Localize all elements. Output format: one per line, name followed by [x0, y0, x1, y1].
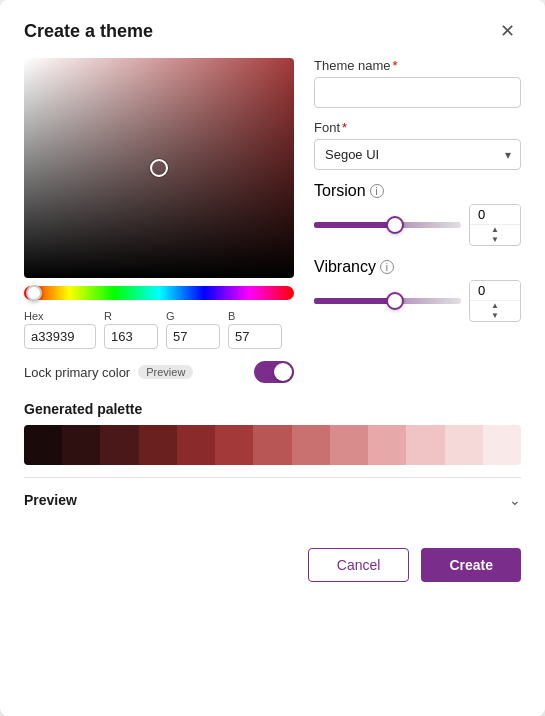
lock-primary-toggle[interactable] — [254, 361, 294, 383]
torsion-slider-container — [314, 222, 461, 228]
palette-swatch[interactable] — [330, 425, 368, 465]
preview-header-title: Preview — [24, 492, 77, 508]
torsion-slider-row: 0 ▲ ▼ — [314, 204, 521, 246]
cancel-button[interactable]: Cancel — [308, 548, 410, 582]
theme-name-field: Theme name* — [314, 58, 521, 108]
vibrancy-label: Vibrancy — [314, 258, 376, 276]
palette-swatch[interactable] — [24, 425, 62, 465]
theme-name-required: * — [393, 58, 398, 73]
color-inputs: Hex R G B — [24, 310, 294, 349]
create-button[interactable]: Create — [421, 548, 521, 582]
vibrancy-arrows: ▲ ▼ — [470, 300, 520, 321]
palette-swatch[interactable] — [62, 425, 100, 465]
torsion-label: Torsion — [314, 182, 366, 200]
torsion-number-wrapper: 0 ▲ ▼ — [469, 204, 521, 246]
vibrancy-info-icon[interactable]: i — [380, 260, 394, 274]
b-input-group: B — [228, 310, 282, 349]
color-picker-gradient[interactable] — [24, 58, 294, 278]
theme-name-input[interactable] — [314, 77, 521, 108]
g-input[interactable] — [166, 324, 220, 349]
vibrancy-slider-container — [314, 298, 461, 304]
palette-swatch[interactable] — [292, 425, 330, 465]
lock-primary-label: Lock primary color — [24, 365, 130, 380]
hex-input-group: Hex — [24, 310, 96, 349]
g-input-group: G — [166, 310, 220, 349]
vibrancy-field: Vibrancy i 0 ▲ ▼ — [314, 258, 521, 322]
b-input[interactable] — [228, 324, 282, 349]
palette-swatch[interactable] — [139, 425, 177, 465]
vibrancy-down-button[interactable]: ▼ — [470, 311, 520, 321]
palette-swatch[interactable] — [445, 425, 483, 465]
b-label: B — [228, 310, 282, 322]
theme-name-label: Theme name* — [314, 58, 521, 73]
font-label: Font* — [314, 120, 521, 135]
footer-buttons: Cancel Create — [24, 540, 521, 582]
torsion-info-icon[interactable]: i — [370, 184, 384, 198]
close-button[interactable]: ✕ — [494, 20, 521, 42]
hex-input[interactable] — [24, 324, 96, 349]
lock-row: Lock primary color Preview — [24, 361, 294, 383]
dialog-header: Create a theme ✕ — [24, 20, 521, 42]
r-input-group: R — [104, 310, 158, 349]
palette-title: Generated palette — [24, 401, 521, 417]
palette-swatch[interactable] — [215, 425, 253, 465]
dialog-title: Create a theme — [24, 21, 153, 42]
palette-swatch[interactable] — [483, 425, 521, 465]
torsion-down-button[interactable]: ▼ — [470, 235, 520, 245]
vibrancy-number-wrapper: 0 ▲ ▼ — [469, 280, 521, 322]
chevron-down-icon: ⌄ — [509, 492, 521, 508]
palette-swatch[interactable] — [100, 425, 138, 465]
vibrancy-label-row: Vibrancy i — [314, 258, 521, 276]
palette-swatches — [24, 425, 521, 465]
create-theme-dialog: Create a theme ✕ Hex R — [0, 0, 545, 716]
vibrancy-number-input[interactable]: 0 — [470, 281, 520, 300]
palette-swatch[interactable] — [177, 425, 215, 465]
r-input[interactable] — [104, 324, 158, 349]
palette-swatch[interactable] — [406, 425, 444, 465]
torsion-number-input[interactable]: 0 — [470, 205, 520, 224]
vibrancy-slider-row: 0 ▲ ▼ — [314, 280, 521, 322]
right-panel: Theme name* Font* Segoe UI Arial Calibri… — [314, 58, 521, 383]
main-content: Hex R G B Lock primary color — [24, 58, 521, 383]
font-required: * — [342, 120, 347, 135]
hex-label: Hex — [24, 310, 96, 322]
vibrancy-up-button[interactable]: ▲ — [470, 301, 520, 311]
font-select-wrapper: Segoe UI Arial Calibri Verdana ▾ — [314, 139, 521, 170]
torsion-up-button[interactable]: ▲ — [470, 225, 520, 235]
palette-swatch[interactable] — [253, 425, 291, 465]
left-panel: Hex R G B Lock primary color — [24, 58, 294, 383]
palette-swatch[interactable] — [368, 425, 406, 465]
hue-slider-container — [24, 286, 294, 300]
g-label: G — [166, 310, 220, 322]
torsion-field: Torsion i 0 ▲ ▼ — [314, 182, 521, 246]
torsion-label-row: Torsion i — [314, 182, 521, 200]
color-picker-cursor — [150, 159, 168, 177]
preview-section: Preview ⌄ — [24, 477, 521, 516]
preview-header[interactable]: Preview ⌄ — [24, 478, 521, 516]
r-label: R — [104, 310, 158, 322]
palette-section: Generated palette — [24, 401, 521, 465]
font-field: Font* Segoe UI Arial Calibri Verdana ▾ — [314, 120, 521, 170]
toggle-slider — [254, 361, 294, 383]
torsion-arrows: ▲ ▼ — [470, 224, 520, 245]
font-select[interactable]: Segoe UI Arial Calibri Verdana — [314, 139, 521, 170]
preview-badge: Preview — [138, 365, 193, 379]
